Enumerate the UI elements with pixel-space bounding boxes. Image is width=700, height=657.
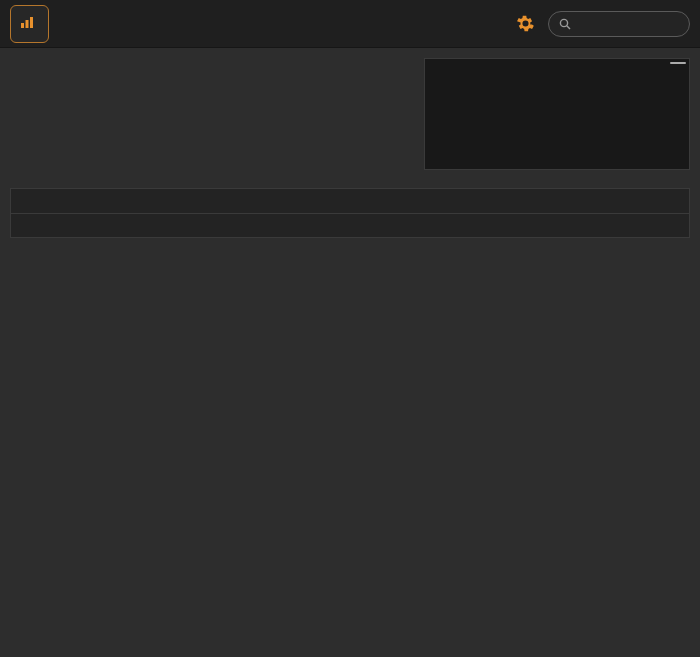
topbar xyxy=(0,0,700,48)
player-name-row xyxy=(21,17,38,28)
hud-body xyxy=(11,214,689,237)
bb-toggle[interactable] xyxy=(670,62,686,64)
search-icon xyxy=(559,18,571,30)
hud-panel xyxy=(10,188,690,238)
main-content xyxy=(0,48,700,180)
search-box xyxy=(548,11,690,37)
gear-icon[interactable] xyxy=(515,13,536,34)
hud-tabs xyxy=(11,189,689,214)
chart-svg xyxy=(425,59,689,169)
player-badge[interactable] xyxy=(10,5,49,43)
stats-graph-icon xyxy=(21,17,33,28)
right-column xyxy=(424,58,690,180)
left-column xyxy=(10,58,398,180)
equity-chart xyxy=(424,58,690,170)
search-input[interactable] xyxy=(577,18,679,30)
